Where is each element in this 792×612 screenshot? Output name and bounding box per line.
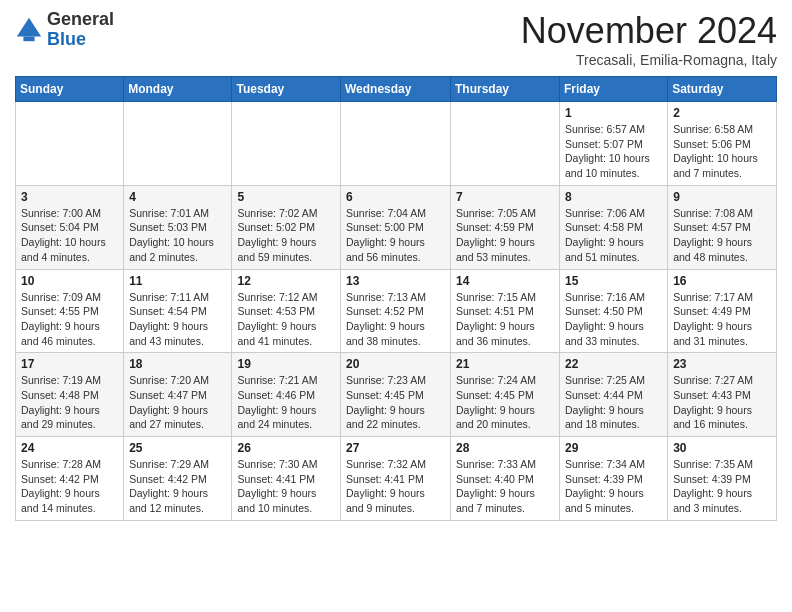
day-number: 25 (129, 441, 226, 455)
day-info: Sunrise: 7:11 AM Sunset: 4:54 PM Dayligh… (129, 290, 226, 349)
logo: General Blue (15, 10, 114, 50)
day-number: 2 (673, 106, 771, 120)
cell-week2-day1: 4Sunrise: 7:01 AM Sunset: 5:03 PM Daylig… (124, 185, 232, 269)
title-section: November 2024 Trecasali, Emilia-Romagna,… (521, 10, 777, 68)
day-number: 18 (129, 357, 226, 371)
col-sunday: Sunday (16, 77, 124, 102)
cell-week5-day3: 27Sunrise: 7:32 AM Sunset: 4:41 PM Dayli… (341, 437, 451, 521)
day-info: Sunrise: 7:04 AM Sunset: 5:00 PM Dayligh… (346, 206, 445, 265)
cell-week1-day3 (341, 102, 451, 186)
col-thursday: Thursday (451, 77, 560, 102)
day-info: Sunrise: 7:23 AM Sunset: 4:45 PM Dayligh… (346, 373, 445, 432)
day-info: Sunrise: 7:34 AM Sunset: 4:39 PM Dayligh… (565, 457, 662, 516)
cell-week3-day4: 14Sunrise: 7:15 AM Sunset: 4:51 PM Dayli… (451, 269, 560, 353)
day-number: 23 (673, 357, 771, 371)
day-info: Sunrise: 7:28 AM Sunset: 4:42 PM Dayligh… (21, 457, 118, 516)
cell-week5-day6: 30Sunrise: 7:35 AM Sunset: 4:39 PM Dayli… (668, 437, 777, 521)
day-number: 28 (456, 441, 554, 455)
day-number: 3 (21, 190, 118, 204)
cell-week2-day0: 3Sunrise: 7:00 AM Sunset: 5:04 PM Daylig… (16, 185, 124, 269)
day-info: Sunrise: 6:57 AM Sunset: 5:07 PM Dayligh… (565, 122, 662, 181)
day-number: 5 (237, 190, 335, 204)
day-info: Sunrise: 7:09 AM Sunset: 4:55 PM Dayligh… (21, 290, 118, 349)
cell-week4-day6: 23Sunrise: 7:27 AM Sunset: 4:43 PM Dayli… (668, 353, 777, 437)
cell-week1-day6: 2Sunrise: 6:58 AM Sunset: 5:06 PM Daylig… (668, 102, 777, 186)
day-number: 17 (21, 357, 118, 371)
day-number: 24 (21, 441, 118, 455)
day-number: 20 (346, 357, 445, 371)
page-header: General Blue November 2024 Trecasali, Em… (15, 10, 777, 68)
cell-week4-day5: 22Sunrise: 7:25 AM Sunset: 4:44 PM Dayli… (560, 353, 668, 437)
cell-week3-day2: 12Sunrise: 7:12 AM Sunset: 4:53 PM Dayli… (232, 269, 341, 353)
cell-week2-day4: 7Sunrise: 7:05 AM Sunset: 4:59 PM Daylig… (451, 185, 560, 269)
day-info: Sunrise: 7:29 AM Sunset: 4:42 PM Dayligh… (129, 457, 226, 516)
cell-week2-day6: 9Sunrise: 7:08 AM Sunset: 4:57 PM Daylig… (668, 185, 777, 269)
logo-text: General Blue (47, 10, 114, 50)
day-number: 19 (237, 357, 335, 371)
cell-week1-day2 (232, 102, 341, 186)
cell-week3-day6: 16Sunrise: 7:17 AM Sunset: 4:49 PM Dayli… (668, 269, 777, 353)
day-info: Sunrise: 7:06 AM Sunset: 4:58 PM Dayligh… (565, 206, 662, 265)
cell-week5-day5: 29Sunrise: 7:34 AM Sunset: 4:39 PM Dayli… (560, 437, 668, 521)
cell-week5-day0: 24Sunrise: 7:28 AM Sunset: 4:42 PM Dayli… (16, 437, 124, 521)
col-tuesday: Tuesday (232, 77, 341, 102)
day-number: 29 (565, 441, 662, 455)
week-row-3: 10Sunrise: 7:09 AM Sunset: 4:55 PM Dayli… (16, 269, 777, 353)
day-info: Sunrise: 7:32 AM Sunset: 4:41 PM Dayligh… (346, 457, 445, 516)
day-info: Sunrise: 7:20 AM Sunset: 4:47 PM Dayligh… (129, 373, 226, 432)
cell-week2-day2: 5Sunrise: 7:02 AM Sunset: 5:02 PM Daylig… (232, 185, 341, 269)
day-info: Sunrise: 7:17 AM Sunset: 4:49 PM Dayligh… (673, 290, 771, 349)
day-number: 9 (673, 190, 771, 204)
col-monday: Monday (124, 77, 232, 102)
day-info: Sunrise: 7:35 AM Sunset: 4:39 PM Dayligh… (673, 457, 771, 516)
day-number: 10 (21, 274, 118, 288)
logo-general: General (47, 9, 114, 29)
week-row-1: 1Sunrise: 6:57 AM Sunset: 5:07 PM Daylig… (16, 102, 777, 186)
cell-week5-day4: 28Sunrise: 7:33 AM Sunset: 4:40 PM Dayli… (451, 437, 560, 521)
day-number: 8 (565, 190, 662, 204)
calendar-body: 1Sunrise: 6:57 AM Sunset: 5:07 PM Daylig… (16, 102, 777, 521)
cell-week4-day4: 21Sunrise: 7:24 AM Sunset: 4:45 PM Dayli… (451, 353, 560, 437)
cell-week5-day2: 26Sunrise: 7:30 AM Sunset: 4:41 PM Dayli… (232, 437, 341, 521)
svg-rect-1 (23, 36, 34, 41)
day-number: 27 (346, 441, 445, 455)
month-title: November 2024 (521, 10, 777, 52)
day-number: 1 (565, 106, 662, 120)
location: Trecasali, Emilia-Romagna, Italy (521, 52, 777, 68)
calendar-table: Sunday Monday Tuesday Wednesday Thursday… (15, 76, 777, 521)
week-row-4: 17Sunrise: 7:19 AM Sunset: 4:48 PM Dayli… (16, 353, 777, 437)
cell-week1-day4 (451, 102, 560, 186)
day-info: Sunrise: 7:05 AM Sunset: 4:59 PM Dayligh… (456, 206, 554, 265)
day-info: Sunrise: 7:21 AM Sunset: 4:46 PM Dayligh… (237, 373, 335, 432)
day-number: 14 (456, 274, 554, 288)
day-number: 7 (456, 190, 554, 204)
logo-icon (15, 16, 43, 44)
cell-week1-day5: 1Sunrise: 6:57 AM Sunset: 5:07 PM Daylig… (560, 102, 668, 186)
day-info: Sunrise: 7:12 AM Sunset: 4:53 PM Dayligh… (237, 290, 335, 349)
day-number: 6 (346, 190, 445, 204)
day-number: 11 (129, 274, 226, 288)
day-number: 15 (565, 274, 662, 288)
day-info: Sunrise: 7:24 AM Sunset: 4:45 PM Dayligh… (456, 373, 554, 432)
day-number: 4 (129, 190, 226, 204)
day-info: Sunrise: 7:16 AM Sunset: 4:50 PM Dayligh… (565, 290, 662, 349)
day-number: 13 (346, 274, 445, 288)
cell-week3-day3: 13Sunrise: 7:13 AM Sunset: 4:52 PM Dayli… (341, 269, 451, 353)
day-info: Sunrise: 6:58 AM Sunset: 5:06 PM Dayligh… (673, 122, 771, 181)
cell-week4-day0: 17Sunrise: 7:19 AM Sunset: 4:48 PM Dayli… (16, 353, 124, 437)
day-info: Sunrise: 7:01 AM Sunset: 5:03 PM Dayligh… (129, 206, 226, 265)
day-info: Sunrise: 7:33 AM Sunset: 4:40 PM Dayligh… (456, 457, 554, 516)
svg-marker-0 (17, 18, 41, 37)
day-info: Sunrise: 7:08 AM Sunset: 4:57 PM Dayligh… (673, 206, 771, 265)
day-info: Sunrise: 7:19 AM Sunset: 4:48 PM Dayligh… (21, 373, 118, 432)
week-row-5: 24Sunrise: 7:28 AM Sunset: 4:42 PM Dayli… (16, 437, 777, 521)
day-info: Sunrise: 7:13 AM Sunset: 4:52 PM Dayligh… (346, 290, 445, 349)
cell-week2-day3: 6Sunrise: 7:04 AM Sunset: 5:00 PM Daylig… (341, 185, 451, 269)
col-friday: Friday (560, 77, 668, 102)
calendar-header: Sunday Monday Tuesday Wednesday Thursday… (16, 77, 777, 102)
cell-week5-day1: 25Sunrise: 7:29 AM Sunset: 4:42 PM Dayli… (124, 437, 232, 521)
day-info: Sunrise: 7:25 AM Sunset: 4:44 PM Dayligh… (565, 373, 662, 432)
cell-week3-day1: 11Sunrise: 7:11 AM Sunset: 4:54 PM Dayli… (124, 269, 232, 353)
day-number: 26 (237, 441, 335, 455)
cell-week4-day3: 20Sunrise: 7:23 AM Sunset: 4:45 PM Dayli… (341, 353, 451, 437)
